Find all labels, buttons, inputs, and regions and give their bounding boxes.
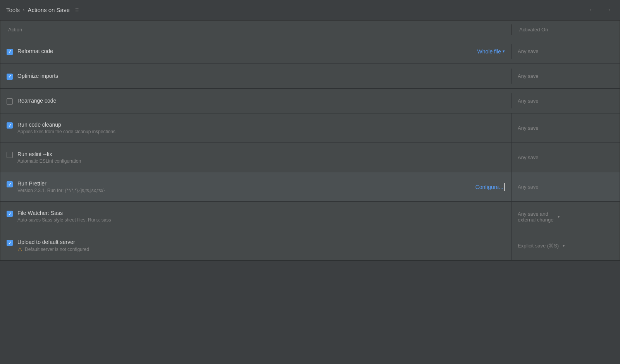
action-desc-file-watcher-sass: Auto-saves Sass style sheet files. Runs:…: [17, 217, 499, 223]
action-name-upload-default-server: Upload to default server: [17, 239, 499, 245]
col-header-activated: Activated On: [511, 24, 620, 35]
cursor: [504, 183, 505, 191]
activated-on-reformat-code: Any save: [511, 44, 620, 59]
nav-forward-button[interactable]: →: [602, 4, 614, 15]
row-optimize-imports: Optimize imports: [0, 68, 505, 84]
page-title: Actions on Save: [28, 7, 69, 13]
nav-buttons: ← →: [586, 4, 614, 15]
chevron-down-icon: ▾: [503, 49, 505, 54]
activated-on-run-prettier: Any save: [511, 172, 620, 201]
checkbox-run-code-cleanup[interactable]: [7, 122, 13, 129]
table-row: Rearrange code Any save: [0, 89, 620, 113]
action-name-rearrange-code: Rearrange code: [17, 98, 499, 104]
action-name-run-prettier: Run Prettier: [17, 180, 469, 187]
row-upload-default-server: Upload to default server ⚠ Default serve…: [0, 234, 505, 257]
activated-dropdown-upload[interactable]: Explicit save (⌘S) ▾: [518, 243, 565, 249]
activated-on-file-watcher-sass: Any save andexternal change ▾: [511, 202, 620, 231]
activated-label-sass: Any save andexternal change: [518, 211, 554, 223]
row-file-watcher-sass: File Watcher: Sass Auto-saves Sass style…: [0, 205, 505, 227]
row-run-code-cleanup: Run code cleanup Applies fixes from the …: [0, 117, 505, 139]
checkbox-file-watcher-sass[interactable]: [7, 211, 13, 217]
row-reformat-code: Reformat code: [0, 43, 477, 60]
action-desc-run-code-cleanup: Applies fixes from the code cleanup insp…: [17, 129, 499, 134]
action-desc-run-eslint-fix: Automatic ESLint configuration: [17, 158, 499, 164]
action-desc-run-prettier: Version 2.3.1. Run for: {**/*,*}.{js,ts,…: [17, 188, 469, 193]
chevron-down-icon: ▾: [563, 243, 565, 248]
chevron-down-icon: ▾: [558, 214, 560, 219]
action-name-optimize-imports: Optimize imports: [17, 73, 499, 79]
checkbox-reformat-code[interactable]: [7, 49, 13, 55]
activated-label-upload: Explicit save (⌘S): [518, 243, 559, 249]
row-run-prettier: Run Prettier Version 2.3.1. Run for: {**…: [0, 176, 475, 198]
action-name-run-eslint-fix: Run eslint --fix: [17, 151, 499, 157]
warning-icon: ⚠: [17, 246, 22, 252]
table-row: Run code cleanup Applies fixes from the …: [0, 113, 620, 143]
checkbox-upload-default-server[interactable]: [7, 240, 13, 246]
page-icon: ≡: [75, 7, 79, 14]
nav-back-button[interactable]: ←: [586, 4, 598, 15]
activated-dropdown-sass[interactable]: Any save andexternal change ▾: [518, 211, 560, 223]
settings-panel: Action Activated On Reformat code Whole …: [0, 20, 620, 261]
row-rearrange-code: Rearrange code: [0, 93, 505, 109]
whole-file-dropdown[interactable]: Whole file ▾: [477, 48, 505, 55]
activated-on-run-code-cleanup: Any save: [511, 113, 620, 143]
activated-on-run-eslint-fix: Any save: [511, 143, 620, 172]
checkbox-optimize-imports[interactable]: [7, 74, 13, 80]
action-name-reformat-code: Reformat code: [17, 48, 471, 54]
action-name-run-code-cleanup: Run code cleanup: [17, 122, 499, 128]
tools-label[interactable]: Tools: [6, 7, 20, 13]
col-header-action: Action: [0, 24, 511, 35]
warning-text: Default server is not configured: [25, 247, 89, 252]
table-row: Run Prettier Version 2.3.1. Run for: {**…: [0, 172, 620, 202]
table-header: Action Activated On: [0, 21, 620, 39]
activated-on-optimize-imports: Any save: [511, 69, 620, 84]
whole-file-label: Whole file: [477, 48, 501, 55]
breadcrumb: Tools › Actions on Save ≡: [6, 7, 586, 14]
row-run-eslint-fix: Run eslint --fix Automatic ESLint config…: [0, 146, 505, 168]
checkbox-rearrange-code[interactable]: [7, 98, 13, 105]
breadcrumb-chevron: ›: [23, 7, 24, 13]
table-row: Upload to default server ⚠ Default serve…: [0, 231, 620, 261]
checkbox-run-prettier[interactable]: [7, 181, 13, 187]
table-row: Reformat code Whole file ▾ Any save: [0, 39, 620, 64]
table-row: Optimize imports Any save: [0, 64, 620, 89]
table-row: Run eslint --fix Automatic ESLint config…: [0, 143, 620, 172]
action-name-file-watcher-sass: File Watcher: Sass: [17, 210, 499, 216]
activated-on-upload-default-server: Explicit save (⌘S) ▾: [511, 231, 620, 260]
table-row: File Watcher: Sass Auto-saves Sass style…: [0, 202, 620, 231]
activated-on-rearrange-code: Any save: [511, 93, 620, 108]
titlebar: Tools › Actions on Save ≡ ← →: [0, 0, 620, 20]
configure-link[interactable]: Configure...: [475, 184, 503, 190]
checkbox-run-eslint-fix[interactable]: [7, 152, 13, 158]
